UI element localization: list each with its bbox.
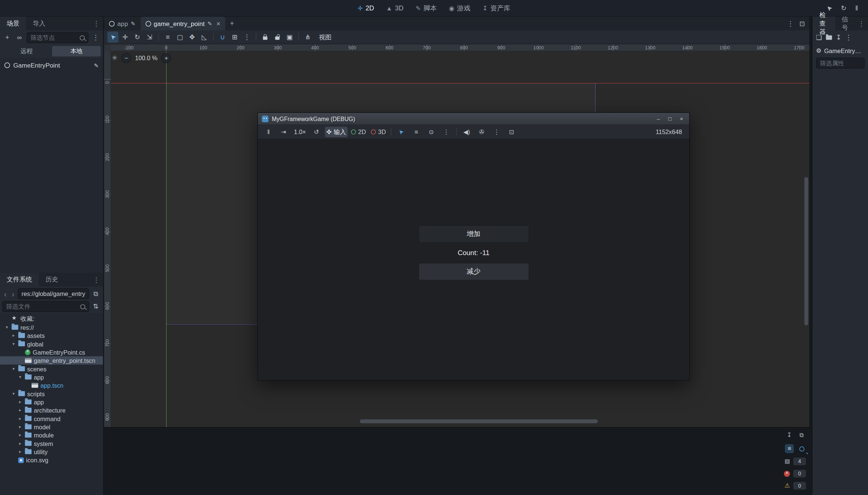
- mute-audio-button[interactable]: ◀): [460, 126, 473, 137]
- new-scene-tab-button[interactable]: +: [225, 17, 239, 30]
- lock-button[interactable]: [260, 32, 271, 43]
- tab-inspector[interactable]: 检查器: [813, 17, 835, 30]
- visibility-button[interactable]: ⊙: [425, 126, 438, 137]
- mode-2d-button[interactable]: 2D: [349, 126, 367, 137]
- embed-options-button[interactable]: ⊡: [505, 126, 518, 137]
- selection-options-button[interactable]: ⋮: [440, 126, 453, 137]
- expand-arrow-icon[interactable]: ▸: [18, 449, 23, 454]
- close-icon[interactable]: ×: [680, 115, 683, 121]
- move-tool-button[interactable]: ✛: [120, 32, 131, 43]
- increase-button[interactable]: 增加: [418, 225, 529, 243]
- tab-filesystem[interactable]: 文件系统: [0, 273, 39, 286]
- expand-arrow-icon[interactable]: ▾: [4, 325, 9, 330]
- local-button[interactable]: 本地: [52, 46, 101, 56]
- filter-files-input[interactable]: [2, 301, 89, 312]
- menu-item[interactable]: [14, 6, 25, 10]
- workspace-tab-2d[interactable]: ✛ 2D: [352, 3, 380, 14]
- expand-arrow-icon[interactable]: ▸: [18, 424, 23, 429]
- select-mode-button[interactable]: ➤: [395, 126, 408, 137]
- zoom-in-button[interactable]: +: [161, 53, 171, 63]
- close-tab-icon[interactable]: ×: [217, 20, 220, 27]
- load-resource-icon[interactable]: [826, 35, 832, 40]
- expand-arrow-icon[interactable]: ▾: [18, 375, 23, 380]
- tab-import[interactable]: 导入: [26, 17, 52, 30]
- horizontal-scrollbar[interactable]: [360, 419, 598, 423]
- next-frame-button[interactable]: ⇥: [277, 126, 290, 137]
- scroll-to-end-icon[interactable]: ↧: [785, 431, 794, 440]
- center-view-icon[interactable]: ✳: [112, 54, 117, 62]
- game-window-titlebar[interactable]: MyGFrameworkGame (DEBUG) – □ ×: [258, 113, 689, 124]
- scene-tree-options-icon[interactable]: ⋮: [91, 33, 101, 43]
- file-tree-row[interactable]: ▾ app: [0, 373, 103, 381]
- path-input[interactable]: [18, 288, 89, 299]
- expand-arrow-icon[interactable]: ▸: [18, 441, 23, 446]
- forward-icon[interactable]: ›: [10, 290, 16, 298]
- new-resource-icon[interactable]: ❏: [816, 34, 822, 42]
- file-tree-row[interactable]: ▸ utility: [0, 447, 103, 456]
- log-search-button[interactable]: [797, 444, 806, 453]
- mode-3d-button[interactable]: 3D: [369, 126, 388, 137]
- dock-options-icon[interactable]: ⋮: [90, 17, 103, 30]
- copy-log-icon[interactable]: ⧉: [797, 431, 806, 440]
- add-node-button[interactable]: +: [2, 33, 12, 43]
- scene-tab-app[interactable]: app ✎: [104, 17, 140, 30]
- group-button[interactable]: ▣: [284, 32, 295, 43]
- speed-multiplier[interactable]: 1.0×: [292, 128, 308, 135]
- file-tree-row[interactable]: ▾ res://: [0, 323, 103, 331]
- filter-properties-input[interactable]: [816, 58, 865, 69]
- camera-override-button[interactable]: ✇: [475, 126, 488, 137]
- tab-history[interactable]: 历史: [39, 273, 65, 286]
- script-icon[interactable]: ✎: [94, 62, 103, 68]
- remote-button[interactable]: 远程: [2, 46, 51, 56]
- filesystem-options-icon[interactable]: ⋮: [90, 273, 103, 286]
- reset-speed-button[interactable]: ↺: [310, 126, 323, 137]
- menu-item[interactable]: [48, 6, 58, 10]
- input-mode-button[interactable]: ✜ 输入: [325, 126, 347, 137]
- list-select-button[interactable]: ≡: [162, 32, 174, 43]
- minimize-icon[interactable]: –: [657, 115, 660, 121]
- file-tree-row[interactable]: ▸ command: [0, 414, 103, 423]
- expand-arrow-icon[interactable]: ▾: [11, 366, 16, 371]
- menu-item[interactable]: [26, 6, 36, 10]
- warnings-filter-toggle[interactable]: ⚠ 0: [784, 482, 806, 490]
- restart-icon[interactable]: ↻: [841, 4, 846, 12]
- scene-tree-root-node[interactable]: GameEntryPoint ✎: [0, 60, 103, 70]
- filter-nodes-input[interactable]: [27, 32, 89, 43]
- file-tree-row[interactable]: ▸ app: [0, 398, 103, 406]
- inspected-node-row[interactable]: ⚙ GameEntryPoint: [813, 45, 868, 56]
- file-tree-row[interactable]: ▾ scripts: [0, 390, 103, 398]
- expand-arrow-icon[interactable]: ▸: [18, 416, 23, 421]
- workspace-tab-3d[interactable]: ▲ 3D: [380, 3, 409, 14]
- file-tree-row[interactable]: ▸ module: [0, 431, 103, 439]
- file-tree-row[interactable]: ▸ assets: [0, 331, 103, 339]
- instance-scene-button[interactable]: ∞: [14, 33, 25, 43]
- rotate-tool-button[interactable]: ↻: [132, 32, 143, 43]
- menu-item[interactable]: [36, 6, 46, 10]
- zoom-level[interactable]: 100.0 %: [135, 55, 158, 61]
- file-tree-row[interactable]: ▾ global: [0, 340, 103, 348]
- file-tree-row[interactable]: 收藏:: [0, 315, 103, 323]
- select-tool-button[interactable]: ➤: [107, 32, 119, 43]
- file-tree-row[interactable]: icon.svg: [0, 456, 103, 464]
- tab-scene[interactable]: 场景: [0, 17, 26, 30]
- expand-arrow-icon[interactable]: ▾: [11, 391, 16, 396]
- sort-files-icon[interactable]: ⇅: [91, 302, 101, 312]
- file-tree-row[interactable]: GameEntryPoint.cs: [0, 348, 103, 356]
- expand-arrow-icon[interactable]: ▸: [18, 433, 23, 437]
- skeleton-button[interactable]: ⋔: [302, 32, 313, 43]
- file-tree-row[interactable]: ▸ system: [0, 439, 103, 447]
- decrease-button[interactable]: 减少: [418, 263, 529, 281]
- expand-arrow-icon[interactable]: ▸: [11, 333, 16, 338]
- messages-filter-toggle[interactable]: ▤ 4: [785, 457, 806, 465]
- expand-arrow-icon[interactable]: ▸: [18, 408, 23, 413]
- maximize-icon[interactable]: □: [668, 115, 671, 121]
- expand-arrow-icon[interactable]: ▸: [18, 400, 23, 404]
- file-tree-row[interactable]: game_entry_point.tscn: [0, 356, 103, 364]
- scene-tab-game-entry-point[interactable]: game_entry_point ✎ ×: [140, 17, 226, 30]
- camera-options-button[interactable]: ⋮: [490, 126, 503, 137]
- file-tree-row[interactable]: ▸ model: [0, 423, 103, 431]
- tab-list-options-icon[interactable]: ⋮: [787, 20, 794, 27]
- file-tree-row[interactable]: ▾ scenes: [0, 365, 103, 373]
- file-tree-row[interactable]: app.tscn: [0, 381, 103, 389]
- inspector-options-icon[interactable]: ⋮: [855, 17, 868, 30]
